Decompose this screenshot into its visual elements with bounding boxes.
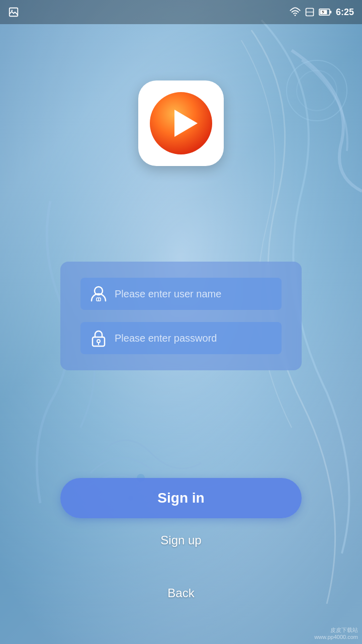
username-input-row[interactable] [80,278,282,310]
logo-container [138,80,224,166]
sim-icon [305,7,315,17]
user-icon [88,284,109,304]
username-input[interactable] [115,288,274,300]
svg-point-7 [11,10,13,11]
status-bar: 6:25 [0,0,362,24]
password-input-row[interactable] [80,322,282,354]
svg-point-8 [295,15,296,16]
signup-link[interactable]: Sign up [160,533,201,547]
watermark: 皮皮下载站 www.pp4000.com [314,626,358,640]
battery-icon [319,8,332,17]
lock-icon [88,328,109,348]
signin-button[interactable]: Sign in [60,478,302,518]
app-logo-icon [148,91,214,156]
watermark-line2: www.pp4000.com [314,634,358,640]
svg-rect-12 [330,11,331,13]
login-form-card [60,262,302,370]
gallery-icon [8,7,19,18]
wifi-icon [290,7,301,18]
watermark-line1: 皮皮下载站 [314,626,358,634]
password-input[interactable] [115,333,274,344]
status-right-icons: 6:25 [290,7,354,18]
time-display: 6:25 [336,7,354,18]
logo-box [138,80,224,166]
back-link[interactable]: Back [167,586,194,600]
status-left-icons [8,7,19,18]
